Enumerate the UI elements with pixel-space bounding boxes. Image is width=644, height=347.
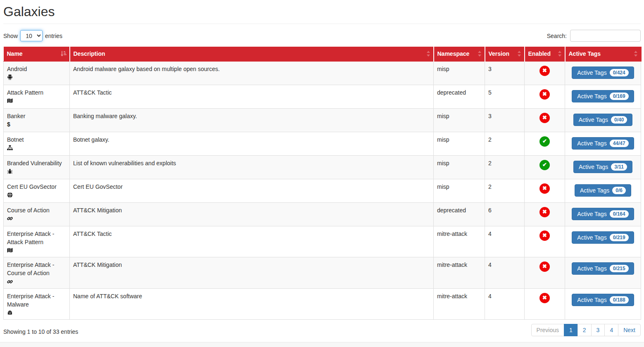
active-tags-button[interactable]: Active Tags 0/188 bbox=[572, 294, 634, 306]
galaxy-name: Enterprise Attack - Course of Action bbox=[7, 261, 66, 278]
enabled-cell: ✖ bbox=[525, 179, 565, 202]
active-tags-count-badge: 0/219 bbox=[610, 234, 629, 241]
enabled-cell: ✔ bbox=[525, 155, 565, 179]
pagination-2[interactable]: 2 bbox=[577, 324, 592, 336]
disabled-cross-icon[interactable]: ✖ bbox=[539, 113, 550, 123]
pagination-3[interactable]: 3 bbox=[591, 324, 605, 336]
table-controls: Show 10 entries Search: bbox=[3, 30, 641, 42]
pagination-4[interactable]: 4 bbox=[604, 324, 618, 336]
active-tags-button[interactable]: Active Tags 0/40 bbox=[573, 114, 633, 126]
galaxies-table: Name Description Namespace bbox=[3, 47, 642, 320]
table-row: Enterprise Attack - Course of Action ATT… bbox=[4, 257, 641, 289]
name-cell: Course of Action bbox=[4, 202, 70, 226]
enabled-check-icon[interactable]: ✔ bbox=[539, 136, 550, 147]
version-cell: 4 bbox=[485, 257, 525, 289]
disabled-cross-icon[interactable]: ✖ bbox=[539, 231, 550, 241]
enabled-cell: ✖ bbox=[525, 202, 565, 226]
pagination-1[interactable]: 1 bbox=[564, 324, 578, 336]
search-label: Search: bbox=[547, 33, 567, 39]
link-icon bbox=[7, 279, 66, 285]
namespace-cell: deprecated bbox=[434, 85, 485, 108]
active-tags-button[interactable]: Active Tags 0/424 bbox=[572, 67, 634, 79]
active-tags-cell: Active Tags 0/6 bbox=[565, 179, 641, 202]
namespace-cell: misp bbox=[434, 179, 485, 202]
pagination-item: 4 bbox=[605, 324, 618, 336]
namespace-cell: misp bbox=[434, 132, 485, 155]
column-header-active-tags[interactable]: Active Tags bbox=[565, 47, 641, 61]
active-tags-button[interactable]: Active Tags 0/169 bbox=[572, 90, 634, 102]
map-icon bbox=[7, 247, 66, 254]
active-tags-button[interactable]: Active Tags 3/11 bbox=[573, 161, 632, 173]
table-row: Cert EU GovSector Cert EU GovSector misp… bbox=[4, 179, 641, 202]
enabled-cell: ✖ bbox=[525, 257, 565, 289]
active-tags-button[interactable]: Active Tags 0/164 bbox=[572, 208, 634, 220]
active-tags-button-label: Active Tags bbox=[579, 164, 608, 170]
version-cell: 2 bbox=[485, 132, 525, 155]
sort-icon bbox=[478, 51, 482, 57]
column-header-label: Active Tags bbox=[569, 50, 601, 57]
enabled-cell: ✔ bbox=[525, 132, 565, 155]
active-tags-button-label: Active Tags bbox=[577, 265, 606, 272]
site-footer-bar bbox=[0, 342, 644, 347]
active-tags-button[interactable]: Active Tags 0/219 bbox=[572, 231, 634, 244]
column-header-label: Enabled bbox=[528, 50, 551, 57]
disabled-cross-icon[interactable]: ✖ bbox=[539, 66, 550, 76]
name-cell: Enterprise Attack - Malware bbox=[4, 288, 70, 320]
page-length-control: Show 10 entries bbox=[3, 30, 62, 41]
namespace-cell: mitre-attack bbox=[434, 257, 485, 289]
pagination-next[interactable]: Next bbox=[618, 324, 641, 336]
active-tags-button-label: Active Tags bbox=[577, 211, 606, 217]
pagination-item: Next bbox=[618, 324, 641, 336]
pagination-previous[interactable]: Previous bbox=[531, 324, 564, 336]
disabled-cross-icon[interactable]: ✖ bbox=[539, 293, 550, 303]
column-header-label: Namespace bbox=[437, 50, 470, 57]
version-cell: 3 bbox=[485, 61, 525, 85]
entries-label: entries bbox=[45, 33, 62, 39]
sort-icon bbox=[426, 51, 430, 57]
active-tags-button[interactable]: Active Tags 44/47 bbox=[572, 137, 634, 150]
version-cell: 5 bbox=[485, 85, 525, 108]
pagination: Previous1234Next bbox=[531, 324, 641, 336]
column-header-namespace[interactable]: Namespace bbox=[434, 47, 485, 61]
enabled-check-icon[interactable]: ✔ bbox=[539, 160, 550, 170]
column-header-enabled[interactable]: Enabled bbox=[525, 47, 565, 61]
version-cell: 4 bbox=[485, 226, 525, 257]
table-info: Showing 1 to 10 of 33 entries bbox=[3, 328, 78, 335]
active-tags-count-badge: 3/11 bbox=[611, 163, 627, 171]
column-header-label: Description bbox=[74, 50, 105, 57]
table-row: Banker $ Banking malware galaxy. misp 3 … bbox=[4, 108, 641, 132]
galaxy-name: Course of Action bbox=[7, 206, 66, 214]
description-cell: Name of ATT&CK software bbox=[70, 288, 434, 320]
disabled-cross-icon[interactable]: ✖ bbox=[539, 183, 550, 194]
description-cell: ATT&CK Tactic bbox=[70, 85, 434, 108]
table-row: Enterprise Attack - Malware Name of ATT&… bbox=[4, 288, 641, 320]
active-tags-count-badge: 44/47 bbox=[610, 140, 629, 147]
name-cell: Branded Vulnerability bbox=[4, 155, 70, 179]
pagination-item: Previous bbox=[531, 324, 564, 336]
active-tags-button[interactable]: Active Tags 0/6 bbox=[575, 184, 631, 197]
active-tags-button-label: Active Tags bbox=[577, 140, 606, 147]
disabled-cross-icon[interactable]: ✖ bbox=[539, 207, 550, 217]
active-tags-button[interactable]: Active Tags 0/215 bbox=[572, 262, 634, 275]
version-cell: 4 bbox=[485, 288, 525, 320]
disabled-cross-icon[interactable]: ✖ bbox=[539, 261, 550, 272]
enabled-cell: ✖ bbox=[525, 61, 565, 85]
disabled-cross-icon[interactable]: ✖ bbox=[539, 89, 550, 100]
galaxy-name: Enterprise Attack - Malware bbox=[7, 292, 66, 309]
active-tags-count-badge: 0/40 bbox=[611, 116, 627, 124]
active-tags-cell: Active Tags 44/47 bbox=[565, 132, 641, 155]
pagination-item: 2 bbox=[578, 324, 592, 336]
description-cell: ATT&CK Tactic bbox=[70, 226, 434, 257]
galaxy-name: Branded Vulnerability bbox=[7, 159, 66, 167]
android-icon bbox=[7, 74, 66, 81]
table-row: Course of Action ATT&CK Mitigation depre… bbox=[4, 202, 641, 226]
active-tags-cell: Active Tags 0/40 bbox=[565, 108, 641, 132]
column-header-name[interactable]: Name bbox=[4, 47, 70, 61]
column-header-description[interactable]: Description bbox=[70, 47, 434, 61]
search-control: Search: bbox=[547, 30, 641, 42]
name-cell: Enterprise Attack - Attack Pattern bbox=[4, 226, 70, 257]
column-header-version[interactable]: Version bbox=[485, 47, 525, 61]
search-input[interactable] bbox=[570, 30, 641, 42]
name-cell: Botnet bbox=[4, 132, 70, 155]
page-length-select[interactable]: 10 bbox=[20, 30, 43, 41]
